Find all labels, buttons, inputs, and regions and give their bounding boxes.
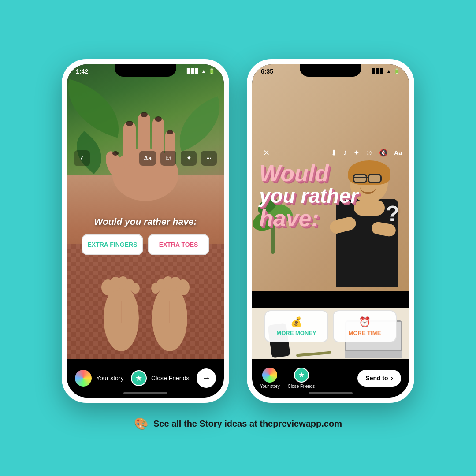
phone1-notch <box>115 64 176 77</box>
phone2-wrapper: ? 6:35 ▊▊▊▲🔋 <box>247 59 414 403</box>
phone2-time: 6:35 <box>261 68 273 75</box>
text2-btn[interactable]: Aa <box>394 149 402 156</box>
close-friends-option[interactable]: ★ Close Friends <box>131 370 189 386</box>
phones-row: 1:42 ▊▊▊ ▲ 🔋 ‹ Aa ☺ ✦ ··· <box>62 59 414 403</box>
close-friends-label: Close Friends <box>151 375 189 382</box>
svg-point-6 <box>126 121 133 126</box>
phone1-wrapper: 1:42 ▊▊▊ ▲ 🔋 ‹ Aa ☺ ✦ ··· <box>62 59 229 403</box>
more-time-option[interactable]: ⏰ MORE TIME <box>333 310 397 342</box>
phone1-inner: 1:42 ▊▊▊ ▲ 🔋 ‹ Aa ☺ ✦ ··· <box>67 64 224 398</box>
page-container: 1:42 ▊▊▊ ▲ 🔋 ‹ Aa ☺ ✦ ··· <box>0 0 476 476</box>
face-tool-button[interactable]: ☺ <box>160 151 176 166</box>
phone2-toolbar: ✕ ⬇ ♪ ✦ ☺ 🔇 Aa <box>252 146 409 160</box>
send-to-button[interactable]: Send to › <box>357 370 401 387</box>
bottom-story-options: Your story ★ Close Friends <box>260 368 315 389</box>
home-indicator-1 <box>123 392 167 394</box>
close-friends-icon: ★ <box>131 370 147 386</box>
your-story-icon <box>75 370 92 387</box>
your-story-option-2[interactable]: Your story <box>260 368 280 389</box>
poll-question-1: Would you rather have: <box>67 216 224 227</box>
sparkle-icon[interactable]: ✦ <box>353 149 359 157</box>
chin-area <box>354 200 385 216</box>
story-icon-2 <box>262 368 277 383</box>
more-money-option[interactable]: 💰 MORE MONEY <box>264 310 328 342</box>
glasses-right <box>368 174 382 183</box>
option-toes-label: EXTRA TOES <box>152 241 205 249</box>
mute-icon[interactable]: 🔇 <box>379 149 388 157</box>
back-button[interactable]: ‹ <box>74 150 90 166</box>
phone2-inner: ? 6:35 ▊▊▊▲🔋 <box>252 64 409 398</box>
poll-question-text-1: Would you rather have: <box>67 216 224 227</box>
svg-point-8 <box>155 116 162 122</box>
download-icon[interactable]: ⬇ <box>331 148 337 158</box>
clock-emoji: ⏰ <box>337 316 392 328</box>
wyr-line3: have: <box>259 206 358 231</box>
hand-area <box>97 86 194 201</box>
phone2-status-icons: ▊▊▊▲🔋 <box>372 68 400 74</box>
more-tool-button[interactable]: ··· <box>201 151 217 166</box>
money-emoji: 💰 <box>269 316 324 328</box>
poll-options-phone2: 💰 MORE MONEY ⏰ MORE TIME <box>264 310 397 342</box>
toolbar-right: Aa ☺ ✦ ··· <box>139 151 217 166</box>
your-story-label: Your story <box>96 375 124 382</box>
close-friends-icon-2: ★ <box>294 368 309 383</box>
poll-option-fingers[interactable]: EXTRA FINGERS <box>82 234 143 256</box>
wyr-line2: you rather <box>259 185 358 206</box>
svg-point-7 <box>141 112 148 117</box>
wyr-text-phone2: Would you rather have: <box>259 161 358 231</box>
question-mark: ? <box>386 201 399 227</box>
text-tool-button[interactable]: Aa <box>139 151 156 166</box>
close-friends-option-2[interactable]: ★ Close Friends <box>288 368 315 389</box>
your-story-option[interactable]: Your story <box>75 370 124 387</box>
your-story-label-2: Your story <box>260 384 280 389</box>
close-friends-label-2: Close Friends <box>288 384 315 389</box>
home-indicator-2 <box>309 392 353 394</box>
wyr-line1: Would <box>259 161 358 186</box>
poll-option-toes[interactable]: EXTRA TOES <box>148 234 209 256</box>
toolbar2-right: ⬇ ♪ ✦ ☺ 🔇 Aa <box>331 148 402 158</box>
close-button[interactable]: ✕ <box>259 146 273 160</box>
footer-logo: 🎨 <box>134 417 148 431</box>
face2-icon[interactable]: ☺ <box>365 149 373 157</box>
phone1-toolbar: ‹ Aa ☺ ✦ ··· <box>67 150 224 166</box>
send-button-1[interactable]: → <box>197 368 216 388</box>
phone1-time: 1:42 <box>76 68 88 75</box>
phone2-bottom-bar: Your story ★ Close Friends Send to › <box>252 359 409 398</box>
footer-text: See all the Story ideas at thepreviewapp… <box>153 419 342 429</box>
svg-point-22 <box>176 279 190 295</box>
more-time-label: MORE TIME <box>337 330 392 336</box>
svg-point-16 <box>131 283 140 294</box>
phone2-notch <box>300 64 361 77</box>
feet-area <box>90 252 201 353</box>
phone1-status-icons: ▊▊▊ ▲ 🔋 <box>187 68 215 74</box>
footer-row: 🎨 See all the Story ideas at thepreviewa… <box>134 417 342 431</box>
sparkle-tool-button[interactable]: ✦ <box>181 151 197 166</box>
svg-point-9 <box>167 130 173 134</box>
phone1-bottom-bar: Your story ★ Close Friends → <box>67 359 224 398</box>
music-icon[interactable]: ♪ <box>343 148 347 157</box>
poll-options-1: EXTRA FINGERS EXTRA TOES <box>82 234 209 256</box>
send-to-arrow: › <box>391 374 393 382</box>
more-money-label: MORE MONEY <box>269 330 324 336</box>
option-fingers-label: EXTRA FINGERS <box>86 241 139 249</box>
send-to-label: Send to <box>365 375 388 382</box>
